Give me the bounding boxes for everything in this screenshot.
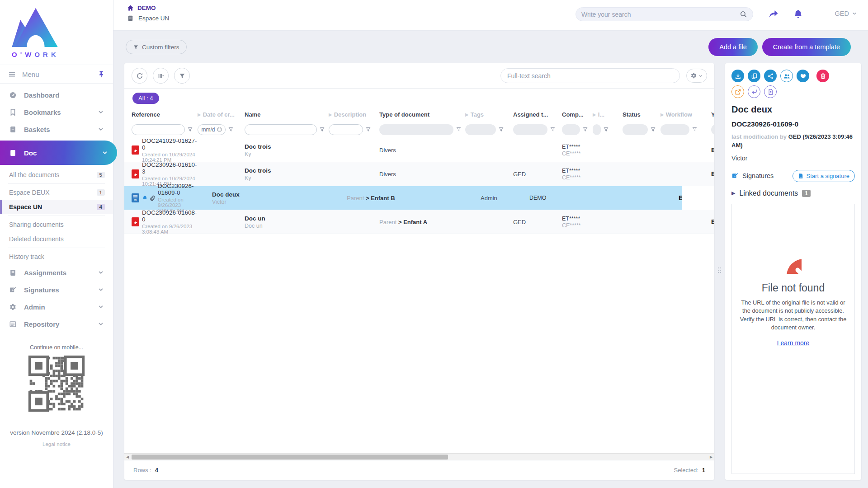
filter-input-name[interactable] (245, 124, 317, 135)
filter-icon[interactable] (187, 127, 193, 132)
global-search-input[interactable] (581, 11, 740, 18)
column-expand-icon[interactable]: ▶ (329, 112, 332, 117)
column-expand-icon[interactable]: ▶ (198, 112, 201, 117)
custom-filters-button[interactable]: Custom filters (126, 40, 187, 54)
filter-icon[interactable] (692, 127, 698, 132)
column-expand-icon[interactable]: ▶ (465, 112, 469, 117)
refresh-button[interactable] (132, 68, 147, 84)
open-external-button[interactable] (731, 85, 744, 98)
sidebar-subitem-espace-deux[interactable]: Espace DEUX 1 (0, 185, 113, 200)
filter-select-i[interactable] (593, 124, 601, 135)
table-row-selected[interactable]: DOC230926-01609-0 Created on 9/26/2023 3… (124, 186, 682, 210)
filter-icon[interactable] (603, 127, 609, 132)
table-settings-button[interactable] (686, 69, 707, 83)
scrollbar-thumb[interactable] (132, 455, 448, 460)
users-icon (783, 73, 790, 80)
filter-icon[interactable] (319, 127, 325, 132)
sidebar-subitem-sharing-documents[interactable]: Sharing documents (0, 217, 113, 232)
table-row[interactable]: DOC230926-01610-3 Created on 10/29/2024 … (124, 162, 714, 186)
user-menu[interactable]: GED (835, 10, 857, 17)
filter-select-tags[interactable] (465, 124, 496, 135)
sidebar-item-repository[interactable]: Repository (0, 315, 113, 333)
column-header-tags[interactable]: ▶Tags (465, 111, 513, 118)
duplicate-button[interactable] (748, 70, 760, 82)
columns-button[interactable] (153, 68, 169, 84)
table-row[interactable]: DOC241029-01627-0 Created on 10/29/2024 … (124, 138, 714, 162)
download-icon (735, 73, 741, 80)
share-button[interactable] (764, 70, 777, 82)
column-header-status[interactable]: Status (623, 111, 660, 118)
share-icon[interactable] (768, 9, 779, 20)
filter-icon[interactable] (365, 127, 371, 132)
filter-icon[interactable] (550, 127, 556, 132)
download-button[interactable] (731, 70, 744, 82)
learn-more-link[interactable]: Learn more (777, 339, 810, 347)
column-header-assigned[interactable]: Assigned t... (513, 111, 562, 118)
filter-chip-all[interactable]: All : 4 (132, 93, 159, 104)
scrollbar-track[interactable] (131, 455, 708, 460)
filter-icon[interactable] (582, 127, 588, 132)
breadcrumb-root[interactable]: DEMO (127, 5, 169, 11)
start-signature-button[interactable]: Start a signature (793, 170, 855, 182)
sidebar-item-doc-active[interactable]: Doc (0, 141, 117, 165)
sidebar-item-baskets[interactable]: Baskets (0, 121, 113, 138)
return-button[interactable] (748, 85, 760, 98)
search-icon[interactable] (740, 10, 747, 18)
column-header-date[interactable]: ▶Date of cr... (198, 111, 245, 118)
pin-icon[interactable] (98, 70, 105, 78)
hamburger-icon[interactable] (8, 70, 16, 78)
horizontal-scrollbar[interactable]: ◀ ▶ (124, 453, 714, 460)
sidebar-subitem-deleted-documents[interactable]: Deleted documents (0, 232, 113, 246)
selected-count-value: 1 (702, 467, 705, 474)
filter-select-workflow[interactable] (660, 124, 689, 135)
column-header-reference[interactable]: Reference (132, 111, 198, 118)
column-header-y[interactable]: Y (711, 111, 714, 118)
favorite-button[interactable] (797, 70, 809, 82)
filter-icon[interactable] (650, 127, 656, 132)
filter-icon[interactable] (228, 127, 234, 132)
column-header-type[interactable]: Type of document (379, 111, 465, 118)
sidebar-subitem-all-documents[interactable]: All the documents 5 (0, 168, 113, 182)
column-expand-icon[interactable]: ▶ (660, 112, 664, 117)
delete-button[interactable] (816, 70, 829, 82)
legal-notice-link[interactable]: Legal notice (0, 441, 113, 447)
table-row[interactable]: DOC230926-01608-0 Created on 9/26/2023 3… (124, 210, 714, 234)
sidebar-subitem-history-track[interactable]: History track (0, 249, 113, 264)
sidebar-item-bookmarks[interactable]: Bookmarks (0, 103, 113, 121)
filter-input-description[interactable] (329, 124, 363, 135)
column-header-workflow[interactable]: ▶Workflow (660, 111, 711, 118)
add-file-button[interactable]: Add a file (708, 38, 757, 56)
sidebar-subitem-espace-un[interactable]: Espace UN 4 (0, 200, 113, 214)
filter-select-y[interactable] (711, 124, 714, 135)
filter-button[interactable] (174, 68, 190, 84)
bell-icon[interactable] (793, 9, 803, 19)
scroll-right-icon[interactable]: ▶ (708, 455, 714, 459)
filter-select-type[interactable] (379, 124, 453, 135)
manage-users-button[interactable] (780, 70, 793, 82)
linked-documents-toggle[interactable]: ▶ Linked documents 1 (731, 189, 855, 197)
sidebar-item-signatures[interactable]: Signatures (0, 281, 113, 298)
filter-icon[interactable] (456, 127, 462, 132)
version-label: version Novembre 2024 (2.18.0-5) (0, 429, 113, 436)
column-header-comp[interactable]: Comp... (562, 111, 593, 118)
preview-document-button[interactable] (764, 85, 777, 98)
column-expand-icon[interactable]: ▶ (593, 112, 596, 117)
filter-select-comp[interactable] (562, 124, 580, 135)
filter-select-assigned[interactable] (513, 124, 547, 135)
column-header-name[interactable]: Name (245, 111, 329, 118)
scroll-left-icon[interactable]: ◀ (124, 455, 131, 459)
filter-input-reference[interactable] (132, 124, 185, 135)
panel-resize-handle[interactable] (718, 267, 722, 279)
filter-select-status[interactable] (623, 124, 648, 135)
caret-down-icon (698, 74, 703, 78)
breadcrumb-space[interactable]: Espace UN (127, 15, 169, 22)
sidebar-item-assignments[interactable]: Assignments (0, 264, 113, 281)
column-header-description[interactable]: ▶Description (329, 111, 379, 118)
column-header-i[interactable]: ▶I... (593, 111, 623, 118)
create-from-template-button[interactable]: Create from a template (762, 38, 851, 56)
fulltext-search-input[interactable] (507, 72, 673, 80)
sidebar-item-admin[interactable]: Admin (0, 298, 113, 315)
sidebar-item-dashboard[interactable]: Dashboard (0, 86, 113, 103)
filter-input-date[interactable]: mm/d (198, 124, 226, 135)
filter-icon[interactable] (498, 127, 504, 132)
